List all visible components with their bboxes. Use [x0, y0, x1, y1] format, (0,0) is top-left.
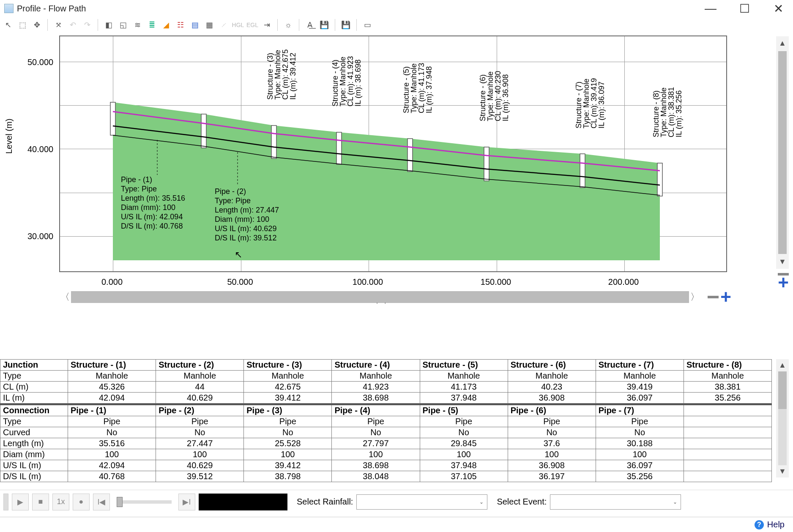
profile-chart-panel: Level (m) 50.000 40.000 30.000	[0, 35, 793, 306]
svg-rect-8	[657, 163, 662, 196]
speed-button[interactable]: 1x	[52, 494, 69, 510]
select-rainfall-label: Select Rainfall:	[297, 497, 353, 507]
fit-icon[interactable]: ⤧	[52, 19, 65, 31]
undo-icon[interactable]: ↶	[66, 19, 79, 31]
pointer-tool-icon[interactable]: ↖	[2, 19, 14, 31]
window-title: Profile - Flow Path	[17, 4, 86, 14]
export-icon[interactable]: ▭	[361, 19, 374, 31]
junction-table[interactable]: Junction Structure - (1)Structure - (2)S…	[0, 359, 772, 404]
scroll-up-icon[interactable]: ▲	[776, 36, 789, 50]
chart-vertical-scrollbar[interactable]: ▲ ▼	[776, 36, 789, 269]
zoom-in-v-icon[interactable]: +	[778, 276, 789, 289]
redo-icon[interactable]: ↷	[81, 19, 93, 31]
chart2-icon[interactable]: ▤	[189, 19, 201, 31]
pipe-callout-1: Pipe - (1)Type: PipeLength (m): 35.516Di…	[121, 175, 185, 231]
x-tick: 200.000	[602, 277, 645, 287]
profile-svg	[60, 36, 728, 273]
chevron-down-icon: ⌄	[673, 499, 677, 505]
y-axis-title: Level (m)	[4, 119, 14, 154]
select-rainfall-combo[interactable]: ⌄	[356, 494, 487, 510]
pipe-callout-2: Pipe - (2)Type: PipeLength (m): 27.447Di…	[215, 187, 279, 243]
structure-label-4: Structure - (4)Type: ManholeCL (m): 41.9…	[331, 56, 362, 106]
table-scroll-up-icon[interactable]: ▲	[777, 359, 788, 371]
chevron-down-icon: ⌄	[479, 499, 484, 505]
minimize-button[interactable]: —	[700, 2, 721, 16]
pan-icon[interactable]: ✥	[30, 19, 43, 31]
structure-label-3: Structure - (3)Type: ManholeCL (m): 42.6…	[266, 49, 297, 100]
svg-rect-6	[484, 147, 489, 181]
structure-label-8: Structure - (8)Type: ManholeCL (m): 38.3…	[652, 87, 683, 137]
table-icon[interactable]: ▦	[203, 19, 216, 31]
app-icon	[4, 4, 14, 13]
structure-label-7: Structure - (7)Type: ManholeCL (m): 39.4…	[575, 78, 605, 128]
svg-rect-7	[580, 154, 585, 188]
egl-text-icon[interactable]: EGL	[246, 19, 259, 31]
step-fwd-button[interactable]: ▶I	[178, 494, 195, 510]
status-bar: ? Help	[0, 517, 793, 532]
x-tick: 50.000	[219, 277, 261, 287]
table-vertical-scrollbar[interactable]: ▲ ▼	[776, 359, 789, 477]
stop-button[interactable]: ■	[32, 494, 49, 510]
time-display	[199, 494, 287, 510]
zoom-out-h-icon[interactable]	[708, 296, 719, 298]
flow-direction-icon[interactable]: ⇥	[260, 19, 273, 31]
playback-bar: ▶ ■ 1x ● I◀ ▶I Select Rainfall: ⌄ Select…	[0, 490, 793, 513]
v-zoom-controls: +	[778, 273, 789, 289]
record-button[interactable]: ●	[73, 494, 90, 510]
y-tick: 40.000	[27, 145, 53, 154]
chart-frame[interactable]: Structure - (3)Type: ManholeCL (m): 42.6…	[59, 35, 727, 272]
grade-icon[interactable]: ◢	[160, 19, 172, 31]
close-button[interactable]: ✕	[768, 2, 789, 16]
maximize-button[interactable]: ☐	[734, 2, 755, 16]
scroll-right-icon[interactable]: 〉	[689, 291, 701, 303]
collapse-icon[interactable]	[3, 494, 8, 510]
chart-horizontal-scrollbar[interactable]: 〈 〉 +	[59, 291, 731, 303]
x-tick: 150.000	[475, 277, 517, 287]
scroll-down-icon[interactable]: ▼	[776, 255, 789, 269]
zoom-extent-icon[interactable]: ⬚	[16, 19, 29, 31]
surface-icon[interactable]: ≋	[131, 19, 144, 31]
toolbar: ↖ ⬚ ✥ ⤧ ↶ ↷ ◧ ◱ ≋ ≣ ◢ ☷ ▤ ▦ ⟋ HGL EGL ⇥ …	[0, 17, 793, 34]
x-tick: 100.000	[347, 277, 389, 287]
cube-wire-icon[interactable]: ◱	[117, 19, 129, 31]
measure-icon[interactable]: ⟋	[217, 19, 230, 31]
saveas-icon[interactable]: 💾	[339, 19, 352, 31]
select-event-combo[interactable]: ⌄	[550, 494, 681, 510]
layers-icon[interactable]: ≣	[145, 19, 158, 31]
svg-rect-1	[110, 102, 115, 135]
step-back-button[interactable]: I◀	[93, 494, 110, 510]
save-icon[interactable]: 💾	[318, 19, 331, 31]
titlebar: Profile - Flow Path — ☐ ✕	[0, 0, 793, 17]
settings-icon[interactable]: ☼	[282, 19, 295, 31]
hgl-text-icon[interactable]: HGL	[232, 19, 244, 31]
time-slider[interactable]	[117, 500, 172, 504]
y-tick: 50.000	[27, 57, 53, 67]
y-tick: 30.000	[27, 232, 53, 241]
x-tick: 0.000	[91, 277, 133, 287]
svg-rect-2	[201, 114, 206, 148]
window-controls: — ☐ ✕	[700, 2, 789, 16]
data-tables[interactable]: Junction Structure - (1)Structure - (2)S…	[0, 359, 772, 482]
svg-rect-5	[407, 139, 413, 172]
help-link[interactable]: Help	[767, 520, 785, 529]
table-scroll-down-icon[interactable]: ▼	[777, 465, 788, 477]
svg-rect-3	[271, 125, 276, 158]
svg-rect-4	[336, 132, 342, 164]
dimension-icon[interactable]: A͟	[304, 19, 316, 31]
select-event-label: Select Event:	[497, 497, 547, 507]
chart1-icon[interactable]: ☷	[174, 19, 187, 31]
structure-label-5: Structure - (5)Type: ManholeCL (m): 41.1…	[402, 63, 433, 113]
play-button[interactable]: ▶	[12, 494, 29, 510]
structure-label-6: Structure - (6)Type: ManholeCL (m): 40.2…	[479, 71, 509, 121]
connection-table[interactable]: Connection Pipe - (1)Pipe - (2)Pipe - (3…	[0, 404, 772, 482]
cube-fill-icon[interactable]: ◧	[102, 19, 115, 31]
help-icon[interactable]: ?	[755, 520, 764, 529]
zoom-in-h-icon[interactable]: +	[720, 291, 731, 303]
scroll-left-icon[interactable]: 〈	[59, 291, 71, 303]
